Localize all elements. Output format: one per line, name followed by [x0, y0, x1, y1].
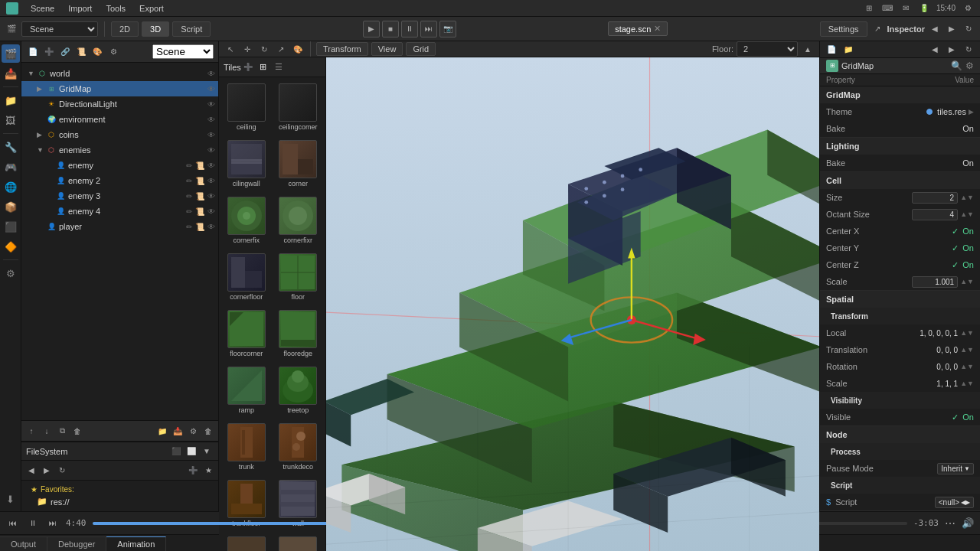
gridmap-visibility-icon[interactable]: 👁 — [207, 85, 215, 93]
tiles-add-icon[interactable]: ➕ — [241, 60, 255, 74]
tile-trunkdeco[interactable]: trunkdeco — [274, 420, 323, 474]
grid-btn[interactable]: Grid — [406, 42, 436, 56]
environment-visibility-icon[interactable]: 👁 — [207, 116, 215, 124]
sidebar-icon-5[interactable]: 🌐 — [2, 178, 20, 196]
enemy-visibility-icon[interactable]: 👁 — [207, 161, 215, 170]
cell-section-header[interactable]: Cell — [820, 172, 980, 189]
tile-cilingwall[interactable]: cilingwall — [222, 137, 271, 191]
octant-arrow[interactable]: ▲▼ — [960, 210, 974, 218]
play-pause-icon[interactable]: ⏸ — [26, 517, 40, 530]
tree-node-enemy2[interactable]: 👤 enemy 2 ✏ 📜 👁 — [21, 173, 218, 188]
fs-nav-add[interactable]: ➕ — [186, 464, 200, 478]
settings2-icon[interactable]: ⚙ — [106, 45, 120, 59]
expand-icon[interactable]: ↗ — [871, 22, 884, 36]
menu-import[interactable]: Import — [62, 2, 98, 15]
enemy4-edit-icon[interactable]: ✏ — [186, 207, 192, 216]
gridmap-section-header[interactable]: GridMap — [820, 86, 980, 103]
player-visibility-icon[interactable]: 👁 — [207, 223, 215, 231]
tab-3d[interactable]: 3D — [142, 21, 169, 37]
inspector-nav-right[interactable]: ▶ — [945, 22, 959, 36]
tile-cornerfixr[interactable]: cornerfixr — [274, 194, 323, 247]
center-y-check[interactable]: ✓ — [952, 243, 959, 253]
tree-node-enemy[interactable]: 👤 enemy ✏ 📜 👁 — [21, 158, 218, 173]
enemy4-script-icon[interactable]: 📜 — [195, 207, 204, 216]
sidebar-icon-import[interactable]: 📥 — [2, 64, 20, 83]
transform-paint-icon[interactable]: 🎨 — [291, 42, 305, 56]
more-options-icon[interactable]: ⋯ — [945, 517, 956, 530]
tree-arrow-world[interactable]: ▼ — [28, 70, 37, 77]
sidebar-icon-bottom[interactable]: ⬇ — [2, 490, 20, 508]
fs-dropdown-icon[interactable]: ▼ — [200, 445, 214, 458]
fs-nav-favorite[interactable]: ★ — [201, 464, 215, 478]
new-node-icon[interactable]: 📄 — [26, 45, 40, 59]
tab-2d[interactable]: 2D — [111, 21, 139, 37]
tree-node-enemy4[interactable]: 👤 enemy 4 ✏ 📜 👁 — [21, 204, 218, 219]
spatial-scale-arrow[interactable]: ▲▼ — [960, 380, 974, 387]
enemy3-script-icon[interactable]: 📜 — [195, 192, 204, 201]
local-arrow[interactable]: ▲▼ — [960, 329, 974, 337]
monitor-icon[interactable]: ⊞ — [863, 2, 875, 15]
tile-trunk[interactable]: trunk — [222, 420, 271, 474]
transform-rotate-icon[interactable]: ↻ — [257, 42, 271, 56]
fs-nav-prev[interactable]: ◀ — [24, 464, 38, 478]
view-btn[interactable]: View — [371, 42, 403, 56]
inspector-nav-left-btn[interactable]: ◀ — [928, 42, 942, 56]
tile-extra2[interactable] — [274, 533, 323, 551]
step-button[interactable]: ⏭ — [420, 21, 437, 37]
keyboard-icon[interactable]: ⌨ — [881, 2, 893, 15]
enemy2-edit-icon[interactable]: ✏ — [186, 177, 192, 185]
inspector-file-icon[interactable]: 📄 — [825, 42, 838, 56]
fs-nav-next[interactable]: ▶ — [40, 464, 54, 478]
inspector-tab-label[interactable]: Inspector — [887, 24, 926, 34]
add-child-icon[interactable]: ➕ — [42, 45, 56, 59]
size-input[interactable]: 2 — [912, 192, 958, 204]
script-subsection-header[interactable]: Script — [820, 477, 980, 494]
fs-icon2[interactable]: ⬜ — [185, 445, 198, 458]
center-x-check[interactable]: ✓ — [952, 227, 959, 236]
dirlight-visibility-icon[interactable]: 👁 — [207, 100, 215, 109]
pause-mode-dropdown[interactable]: Inherit ▼ — [937, 463, 974, 474]
stage-file-tab[interactable]: stage.scn ✕ — [608, 21, 668, 36]
fs-res-item[interactable]: 📁 res:// — [28, 495, 212, 508]
enemy3-edit-icon[interactable]: ✏ — [186, 192, 192, 201]
world-visibility-icon[interactable]: 👁 — [207, 70, 215, 78]
tile-cornerfix[interactable]: cornerfix — [222, 194, 271, 247]
theme-arrow[interactable]: ▶ — [969, 108, 974, 116]
fs-icon1[interactable]: ⬛ — [169, 445, 183, 458]
transform-select-icon[interactable]: ✛ — [240, 42, 254, 56]
mail-icon[interactable]: ✉ — [900, 2, 912, 15]
floor-up[interactable]: ▲ — [801, 42, 815, 56]
tree-arrow-gridmap[interactable]: ▶ — [37, 85, 46, 93]
sidebar-icon-7[interactable]: ⬛ — [2, 217, 20, 236]
sidebar-icon-2[interactable]: 🖼 — [2, 111, 20, 129]
tile-floor[interactable]: floor — [274, 250, 323, 304]
process-subsection-header[interactable]: Process — [820, 443, 980, 460]
tiles-grid-view[interactable]: ⊞ — [256, 60, 270, 74]
play-button[interactable]: ▶ — [363, 21, 380, 37]
inspector-gear-icon[interactable]: ⚙ — [965, 60, 974, 71]
tree-group[interactable]: 📁 — [155, 424, 169, 438]
tile-ramp[interactable]: ramp — [222, 364, 271, 417]
sidebar-icon-8[interactable]: 🔶 — [2, 237, 20, 256]
theme-radio[interactable] — [926, 109, 933, 115]
inspector-refresh[interactable]: ↻ — [962, 22, 975, 36]
sidebar-icon-scene[interactable]: 🎬 — [2, 44, 20, 63]
coins-visibility-icon[interactable]: 👁 — [207, 131, 215, 139]
fs-nav-refresh[interactable]: ↻ — [55, 464, 69, 478]
center-z-check[interactable]: ✓ — [952, 260, 959, 270]
tree-arrow-coins[interactable]: ▶ — [37, 131, 46, 139]
spatial-section-header[interactable]: Spatial — [820, 291, 980, 308]
scene-dropdown[interactable]: Scene — [152, 44, 214, 59]
inspector-folder-icon[interactable]: 📁 — [841, 42, 855, 56]
sidebar-icon-settings[interactable]: ⚙ — [2, 264, 20, 282]
tree-node-environment[interactable]: 🌍 environment 👁 — [21, 112, 218, 127]
tile-corner[interactable]: corner — [274, 137, 323, 191]
script-dropdown[interactable]: <null> ◀▶ — [935, 497, 974, 508]
tree-node-coins[interactable]: ▶ ⬡ coins 👁 — [21, 127, 218, 142]
tree-node-player[interactable]: 👤 player ✏ 📜 👁 — [21, 219, 218, 234]
tree-duplicate[interactable]: ⧉ — [55, 424, 69, 438]
player-edit-icon[interactable]: ✏ — [186, 223, 192, 231]
visible-check[interactable]: ✓ — [952, 412, 959, 422]
scale-arrow[interactable]: ▲▼ — [960, 278, 974, 285]
inspector-search-icon[interactable]: 🔍 — [951, 60, 962, 71]
